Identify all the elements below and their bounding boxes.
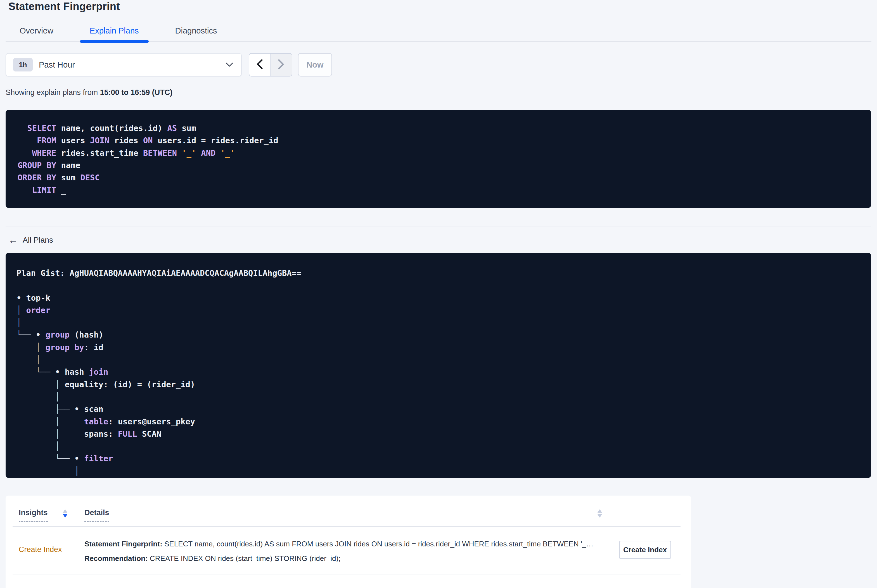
fingerprint-text: SELECT name, count(rides.id) AS sum FROM…: [162, 540, 594, 548]
column-header-details[interactable]: Details: [84, 508, 109, 522]
time-nav-group: [249, 53, 292, 76]
plan-gist-block: Plan Gist: AgHUAQIABQAAAAHYAQIAiAEAAAADC…: [6, 253, 871, 478]
arrow-left-icon: ←: [8, 236, 18, 244]
recommendation-line: Recommendation: CREATE INDEX ON rides (s…: [84, 551, 593, 566]
next-interval-button[interactable]: [271, 54, 292, 76]
insights-header-label: Insights: [19, 508, 48, 522]
recommendation-text: CREATE INDEX ON rides (start_time) STORI…: [148, 554, 341, 562]
tab-diagnostics[interactable]: Diagnostics: [165, 20, 227, 41]
caret-up-icon: [597, 509, 602, 513]
insights-card: Insights Details Create Index Statement …: [6, 496, 691, 588]
page-title: Statement Fingerprint: [8, 0, 120, 13]
insight-details-cell: Statement Fingerprint: SELECT name, coun…: [84, 537, 593, 566]
time-range-select[interactable]: 1h Past Hour: [6, 53, 242, 76]
all-plans-label: All Plans: [23, 236, 53, 244]
caption-range: 15:00 to 16:59 (UTC): [100, 88, 173, 97]
time-range-badge: 1h: [13, 58, 33, 72]
tab-bar: Overview Explain Plans Diagnostics: [6, 20, 871, 42]
insight-type-link[interactable]: Create Index: [19, 545, 62, 554]
details-header-label: Details: [84, 508, 109, 522]
recommendation-label: Recommendation:: [84, 554, 148, 562]
tab-explain-plans[interactable]: Explain Plans: [80, 20, 149, 41]
all-plans-back-link[interactable]: ← All Plans: [8, 236, 53, 244]
table-row-border: [13, 574, 680, 575]
now-button[interactable]: Now: [298, 53, 332, 76]
create-index-button[interactable]: Create Index: [619, 541, 671, 559]
sort-icon[interactable]: [63, 509, 67, 518]
sql-statement-block: SELECT name, count(rides.id) AS sum FROM…: [6, 110, 871, 208]
table-header-border: [13, 526, 680, 526]
statement-fingerprint-line: Statement Fingerprint: SELECT name, coun…: [84, 537, 593, 551]
chevron-down-icon: [226, 62, 233, 67]
section-divider: [6, 226, 871, 226]
chevron-left-icon: [256, 59, 263, 70]
tab-overview[interactable]: Overview: [10, 20, 63, 41]
time-range-label: Past Hour: [39, 60, 75, 69]
column-header-insights[interactable]: Insights: [19, 508, 48, 522]
caret-down-icon: [63, 514, 67, 518]
sort-icon[interactable]: [597, 509, 602, 518]
caret-down-icon: [597, 514, 602, 518]
caption-prefix: Showing explain plans from: [6, 88, 100, 97]
time-range-caption: Showing explain plans from 15:00 to 16:5…: [6, 88, 173, 97]
fingerprint-label: Statement Fingerprint:: [84, 540, 162, 548]
caret-up-icon: [63, 509, 67, 513]
previous-interval-button[interactable]: [249, 54, 271, 76]
chevron-right-icon: [278, 59, 285, 70]
